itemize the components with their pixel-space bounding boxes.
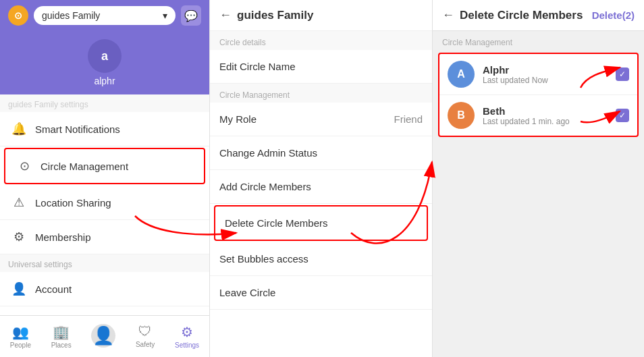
safety-nav-icon: 🛡	[138, 324, 152, 339]
avatar: a	[88, 39, 122, 73]
nav-item-people[interactable]: 👥 People	[5, 321, 36, 352]
family-name-label: guides Family	[42, 10, 100, 21]
circle-management-section: Circle Management	[210, 84, 432, 103]
delete-action-button[interactable]: Delete(2)	[592, 9, 635, 21]
circle-management-label: Circle Management	[41, 161, 128, 172]
app-logo: ⊙	[8, 5, 28, 26]
beth-checkbox[interactable]: ✓	[616, 109, 629, 122]
beth-name: Beth	[483, 105, 608, 117]
change-admin-status-item[interactable]: Change Admin Status	[210, 136, 432, 170]
circle-details-section: Circle details	[210, 31, 432, 50]
bell-icon: 🔔	[11, 121, 27, 136]
sidebar-header: ⊙ guides Family ▾ 💬	[0, 0, 209, 31]
sidebar-panel: ⊙ guides Family ▾ 💬 a alphr guides Famil…	[0, 0, 210, 357]
location-sharing-label: Location Sharing	[35, 197, 111, 209]
edit-circle-name-item[interactable]: Edit Circle Name	[210, 50, 432, 84]
right-back-arrow-icon[interactable]: ←	[442, 8, 454, 22]
sidebar-item-location-sharing[interactable]: ⚠ Location Sharing	[0, 186, 209, 220]
nav-item-circle[interactable]: 👤	[86, 321, 121, 352]
places-nav-icon: 🏢	[53, 324, 70, 340]
bottom-navigation: 👥 People 🏢 Places 👤 🛡 Safety ⚙ Settings	[0, 315, 209, 357]
warning-icon: ⚠	[11, 195, 27, 210]
member-list: A Alphr Last updated Now ✓ B Beth Last u…	[438, 53, 639, 137]
sidebar-item-circle-management[interactable]: ⊙ Circle Management	[4, 148, 205, 184]
member-item-alphr[interactable]: A Alphr Last updated Now ✓	[439, 54, 637, 95]
back-arrow-icon[interactable]: ←	[219, 8, 232, 22]
alphr-name: Alphr	[483, 64, 608, 76]
sidebar-item-smart-notifications[interactable]: 🔔 Smart Notifications	[0, 112, 209, 146]
sidebar-item-membership[interactable]: ⚙ Membership	[0, 220, 209, 254]
settings-nav-icon: ⚙	[181, 324, 193, 340]
alphr-info: Alphr Last updated Now	[483, 64, 608, 85]
gear-icon: ⚙	[11, 229, 27, 244]
delete-circle-members-item[interactable]: Delete Circle Members	[214, 205, 428, 241]
middle-panel: ← guides Family Circle details Edit Circ…	[210, 0, 433, 357]
settings-section-label: guides Family settings	[0, 94, 209, 112]
alphr-avatar: A	[448, 61, 475, 88]
beth-avatar: B	[448, 102, 475, 129]
smart-notifications-label: Smart Notifications	[35, 123, 120, 135]
alphr-status: Last updated Now	[483, 76, 608, 85]
alphr-checkbox[interactable]: ✓	[616, 67, 629, 81]
circle-icon: ⊙	[16, 159, 32, 173]
right-title-group: ← Delete Circle Members	[442, 8, 583, 22]
leave-circle-item[interactable]: Leave Circle	[210, 276, 432, 310]
my-role-item[interactable]: My Role Friend	[210, 103, 432, 136]
right-panel-header: ← Delete Circle Members Delete(2)	[433, 0, 644, 31]
right-panel: ← Delete Circle Members Delete(2) Circle…	[433, 0, 644, 357]
set-bubbles-access-item[interactable]: Set Bubbles access	[210, 242, 432, 276]
nav-item-settings[interactable]: ⚙ Settings	[169, 321, 205, 352]
universal-section-label: Universal settings	[0, 254, 209, 272]
user-name: alphr	[94, 76, 115, 86]
people-nav-icon: 👥	[12, 324, 29, 340]
middle-panel-header: ← guides Family	[210, 0, 432, 31]
sidebar-item-account[interactable]: 👤 Account	[0, 272, 209, 306]
circle-nav-icon: 👤	[91, 324, 115, 348]
right-panel-title: Delete Circle Members	[460, 9, 583, 22]
nav-item-places[interactable]: 🏢 Places	[46, 321, 77, 352]
beth-status: Last updated 1 min. ago	[483, 117, 608, 126]
membership-label: Membership	[35, 231, 91, 243]
right-section-label: Circle Management	[433, 31, 644, 50]
user-section: a alphr	[0, 31, 209, 94]
person-icon: 👤	[11, 281, 27, 296]
beth-info: Beth Last updated 1 min. ago	[483, 105, 608, 126]
middle-panel-title: guides Family	[237, 9, 313, 22]
dropdown-chevron-icon: ▾	[163, 10, 167, 21]
nav-item-safety[interactable]: 🛡 Safety	[130, 321, 160, 352]
family-dropdown[interactable]: guides Family ▾	[34, 6, 176, 25]
account-label: Account	[35, 283, 72, 295]
add-circle-members-item[interactable]: Add Circle Members	[210, 170, 432, 204]
chat-icon[interactable]: 💬	[181, 5, 201, 26]
member-item-beth[interactable]: B Beth Last updated 1 min. ago ✓	[439, 95, 637, 136]
